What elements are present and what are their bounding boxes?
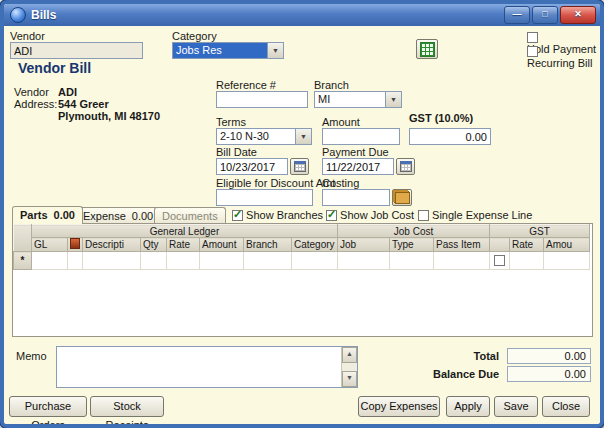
group-gst: GST bbox=[490, 225, 590, 238]
terms-value: 2-10 N-30 bbox=[217, 129, 295, 144]
vendor-code-input[interactable] bbox=[10, 42, 143, 59]
terms-label: Terms bbox=[216, 116, 246, 128]
memo-field[interactable]: ▲ ▼ bbox=[56, 346, 358, 388]
col-description[interactable]: Descripti bbox=[83, 238, 141, 252]
show-branches-label: Show Branches bbox=[246, 209, 323, 221]
row-selector-header bbox=[14, 225, 32, 252]
terms-combobox[interactable]: 2-10 N-30 ▼ bbox=[216, 128, 312, 145]
costing-cards-icon bbox=[395, 192, 410, 204]
category-field-label: Category bbox=[172, 30, 217, 42]
show-job-cost-checkbox[interactable]: ✓ bbox=[326, 210, 337, 221]
show-job-cost-label: Show Job Cost bbox=[340, 209, 414, 221]
close-button[interactable]: Close bbox=[542, 396, 590, 417]
bill-date-calendar-button[interactable] bbox=[290, 158, 309, 175]
vendor-name: ADI bbox=[58, 86, 77, 98]
job-grid-icon bbox=[420, 42, 435, 57]
stock-receipts-button[interactable]: Stock Receipts bbox=[90, 396, 164, 417]
apply-button[interactable]: Apply bbox=[446, 396, 490, 417]
single-expense-line-option[interactable]: Single Expense Line bbox=[418, 209, 532, 221]
col-gst-rate[interactable]: Rate bbox=[510, 238, 544, 252]
discount-label: Eligible for Discount Amt bbox=[216, 177, 335, 189]
col-qty[interactable]: Qty bbox=[141, 238, 167, 252]
category-combobox[interactable]: Jobs Res ▼ bbox=[172, 42, 284, 59]
recurring-bill-label: Recurring Bill bbox=[527, 57, 592, 69]
recurring-bill-checkbox[interactable] bbox=[527, 46, 538, 57]
col-gst-amount[interactable]: Amou bbox=[544, 238, 590, 252]
close-window-button[interactable]: ✕ bbox=[560, 6, 596, 24]
branch-combobox[interactable]: MI ▼ bbox=[314, 91, 402, 108]
tab-documents[interactable]: Documents bbox=[154, 207, 226, 224]
save-button[interactable]: Save bbox=[494, 396, 538, 417]
col-gst-flag[interactable] bbox=[490, 238, 510, 252]
calendar-icon bbox=[400, 161, 412, 172]
col-gl[interactable]: GL bbox=[32, 238, 68, 252]
purchase-orders-button[interactable]: Purchase Orders bbox=[9, 396, 87, 417]
page-title: Vendor Bill bbox=[18, 60, 91, 76]
address-line2: Plymouth, MI 48170 bbox=[58, 110, 160, 122]
col-rate[interactable]: Rate bbox=[167, 238, 200, 252]
payment-due-input[interactable] bbox=[322, 158, 394, 175]
gst-label: GST (10.0%) bbox=[409, 112, 473, 124]
chevron-down-icon[interactable]: ▼ bbox=[385, 92, 401, 107]
reference-label: Reference # bbox=[216, 79, 276, 91]
costing-label: Costing bbox=[322, 177, 359, 189]
flag-column-icon bbox=[70, 238, 80, 249]
line-items-grid[interactable]: General Ledger Job Cost GST GL Descripti… bbox=[12, 223, 593, 337]
new-row-marker[interactable]: * bbox=[14, 252, 32, 270]
vendor-field-label: Vendor bbox=[10, 30, 45, 42]
bill-date-label: Bill Date bbox=[216, 146, 257, 158]
single-expense-line-label: Single Expense Line bbox=[432, 209, 532, 221]
col-job[interactable]: Job bbox=[338, 238, 390, 252]
col-category[interactable]: Category bbox=[292, 238, 338, 252]
amount-label: Amount bbox=[322, 116, 360, 128]
show-job-cost-option[interactable]: ✓ Show Job Cost bbox=[326, 209, 414, 221]
address-line1: 544 Greer bbox=[58, 98, 109, 110]
reference-input[interactable] bbox=[216, 91, 308, 108]
payment-due-label: Payment Due bbox=[322, 146, 389, 158]
bills-body: Vendor Category Jobs Res ▼ Hold Payment … bbox=[4, 26, 600, 424]
minimize-button[interactable]: — bbox=[504, 6, 530, 24]
maximize-button[interactable]: □ bbox=[532, 6, 558, 24]
group-job-cost: Job Cost bbox=[338, 225, 490, 238]
chevron-down-icon[interactable]: ▼ bbox=[267, 43, 283, 58]
amount-input[interactable] bbox=[322, 128, 400, 145]
col-pass-item[interactable]: Pass Item bbox=[434, 238, 490, 252]
costing-lookup-button[interactable] bbox=[392, 189, 412, 206]
branch-label: Branch bbox=[314, 79, 349, 91]
col-type[interactable]: Type bbox=[390, 238, 434, 252]
col-amount[interactable]: Amount bbox=[200, 238, 244, 252]
address-label: Address: bbox=[14, 98, 57, 110]
line-items-table: General Ledger Job Cost GST GL Descripti… bbox=[13, 224, 590, 270]
memo-textarea[interactable] bbox=[57, 347, 341, 387]
tab-parts[interactable]: Parts0.00 bbox=[12, 206, 83, 224]
scroll-up-icon[interactable]: ▲ bbox=[342, 347, 357, 363]
recurring-bill-option[interactable]: Recurring Bill bbox=[527, 45, 600, 69]
calendar-icon bbox=[294, 161, 306, 172]
col-branch[interactable]: Branch bbox=[244, 238, 292, 252]
tab-expense[interactable]: Expense0.00 bbox=[75, 207, 161, 224]
window-title: Bills bbox=[31, 8, 56, 22]
bill-date-input[interactable] bbox=[216, 158, 288, 175]
costing-input[interactable] bbox=[322, 189, 390, 206]
vendor-label: Vendor bbox=[14, 86, 49, 98]
payment-due-calendar-button[interactable] bbox=[396, 158, 415, 175]
gst-input[interactable] bbox=[409, 128, 491, 145]
total-value: 0.00 bbox=[507, 348, 591, 364]
titlebar[interactable]: Bills — □ ✕ bbox=[4, 4, 600, 26]
app-icon bbox=[10, 7, 26, 23]
table-row[interactable]: * bbox=[14, 252, 590, 270]
gst-row-checkbox[interactable] bbox=[494, 255, 505, 266]
scroll-down-icon[interactable]: ▼ bbox=[342, 371, 357, 387]
discount-input[interactable] bbox=[216, 189, 313, 206]
hold-payment-checkbox[interactable] bbox=[527, 32, 538, 43]
show-branches-checkbox[interactable]: ✓ bbox=[232, 210, 243, 221]
show-branches-option[interactable]: ✓ Show Branches bbox=[232, 209, 323, 221]
single-expense-line-checkbox[interactable] bbox=[418, 210, 429, 221]
total-label: Total bbox=[459, 350, 499, 362]
copy-expenses-button[interactable]: Copy Expenses bbox=[358, 396, 440, 417]
chevron-down-icon[interactable]: ▼ bbox=[295, 129, 311, 144]
job-lookup-button[interactable] bbox=[416, 39, 438, 59]
memo-scrollbar[interactable]: ▲ ▼ bbox=[341, 347, 357, 387]
group-general-ledger: General Ledger bbox=[32, 225, 338, 238]
col-flag[interactable] bbox=[68, 238, 83, 252]
